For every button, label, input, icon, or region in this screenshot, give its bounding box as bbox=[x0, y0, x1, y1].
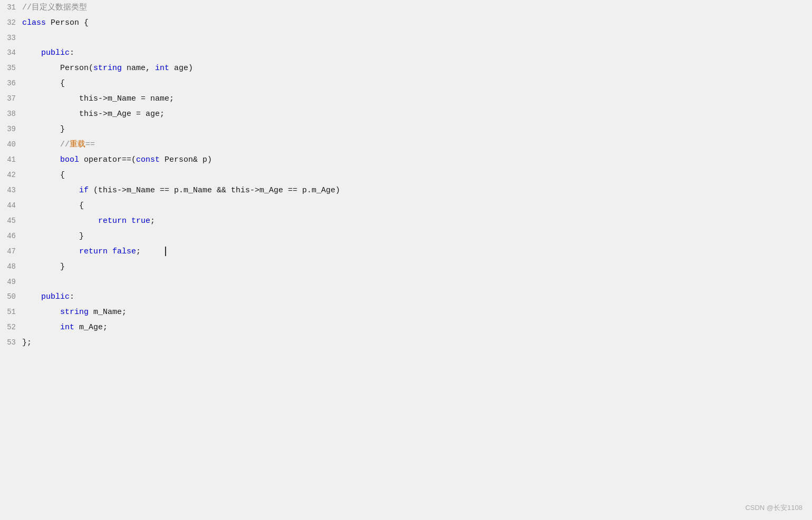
watermark-text: CSDN @长安1108 bbox=[745, 503, 803, 513]
line-number: 43 bbox=[0, 183, 22, 198]
code-line: 50 public: bbox=[0, 289, 812, 305]
line-content: this->m_Name = name; bbox=[22, 92, 174, 106]
line-number: 47 bbox=[0, 244, 22, 259]
code-line: 43 if (this->m_Name == p.m_Name && this-… bbox=[0, 183, 812, 198]
code-line: 37 this->m_Name = name; bbox=[0, 91, 812, 106]
code-line: 51 string m_Name; bbox=[0, 305, 812, 320]
line-number: 42 bbox=[0, 168, 22, 182]
line-content: if (this->m_Name == p.m_Name && this->m_… bbox=[22, 183, 340, 198]
line-content: int m_Age; bbox=[22, 320, 108, 335]
line-content: bool operator==(const Person& p) bbox=[22, 153, 212, 168]
line-number: 41 bbox=[0, 152, 22, 167]
line-number: 53 bbox=[0, 335, 22, 350]
code-line: 32class Person { bbox=[0, 15, 812, 31]
text-cursor bbox=[165, 247, 166, 256]
code-line: 44 { bbox=[0, 198, 812, 213]
code-line: 38 this->m_Age = age; bbox=[0, 106, 812, 122]
line-number: 50 bbox=[0, 289, 22, 304]
code-line: 40 //重载== bbox=[0, 137, 812, 152]
line-content: public: bbox=[22, 46, 74, 61]
code-line: 45 return true; bbox=[0, 213, 812, 229]
line-number: 39 bbox=[0, 122, 22, 136]
code-line: 36 { bbox=[0, 76, 812, 91]
line-content: Person(string name, int age) bbox=[22, 61, 193, 76]
line-content: }; bbox=[22, 336, 32, 350]
code-line: 53}; bbox=[0, 335, 812, 350]
line-number: 49 bbox=[0, 274, 22, 289]
line-number: 51 bbox=[0, 305, 22, 319]
line-number: 48 bbox=[0, 259, 22, 274]
code-editor: 31//目定义数据类型32class Person {3334 public:3… bbox=[0, 0, 812, 520]
line-content: //重载== bbox=[22, 138, 95, 152]
line-content: public: bbox=[22, 290, 74, 305]
code-line: 47 return false; bbox=[0, 244, 812, 259]
line-content: string m_Name; bbox=[22, 305, 127, 320]
line-content: return true; bbox=[22, 214, 155, 229]
line-number: 32 bbox=[0, 15, 22, 30]
code-line: 31//目定义数据类型 bbox=[0, 0, 812, 15]
code-line: 42 { bbox=[0, 168, 812, 183]
line-number: 34 bbox=[0, 45, 22, 60]
line-content: { bbox=[22, 76, 65, 91]
line-number: 40 bbox=[0, 137, 22, 152]
code-line: 39 } bbox=[0, 122, 812, 137]
line-content: } bbox=[22, 122, 65, 137]
line-number: 52 bbox=[0, 320, 22, 335]
code-line: 35 Person(string name, int age) bbox=[0, 61, 812, 76]
line-number: 36 bbox=[0, 76, 22, 91]
line-content: } bbox=[22, 260, 65, 274]
line-content: { bbox=[22, 168, 65, 183]
code-line: 52 int m_Age; bbox=[0, 320, 812, 335]
line-number: 35 bbox=[0, 61, 22, 75]
line-number: 44 bbox=[0, 198, 22, 213]
code-line: 33 bbox=[0, 31, 812, 45]
code-line: 41 bool operator==(const Person& p) bbox=[0, 152, 812, 168]
line-content: class Person { bbox=[22, 16, 89, 31]
line-number: 45 bbox=[0, 213, 22, 228]
code-line: 34 public: bbox=[0, 45, 812, 61]
code-line: 46 } bbox=[0, 229, 812, 244]
line-content: this->m_Age = age; bbox=[22, 107, 165, 122]
line-content: { bbox=[22, 199, 84, 213]
line-number: 31 bbox=[0, 0, 22, 15]
code-line: 49 bbox=[0, 274, 812, 289]
line-content: } bbox=[22, 229, 84, 244]
line-number: 38 bbox=[0, 106, 22, 121]
line-number: 37 bbox=[0, 91, 22, 106]
line-content: //目定义数据类型 bbox=[22, 1, 87, 15]
line-number: 33 bbox=[0, 31, 22, 45]
line-number: 46 bbox=[0, 229, 22, 243]
line-content: return false; bbox=[22, 244, 166, 259]
code-line: 48 } bbox=[0, 259, 812, 274]
